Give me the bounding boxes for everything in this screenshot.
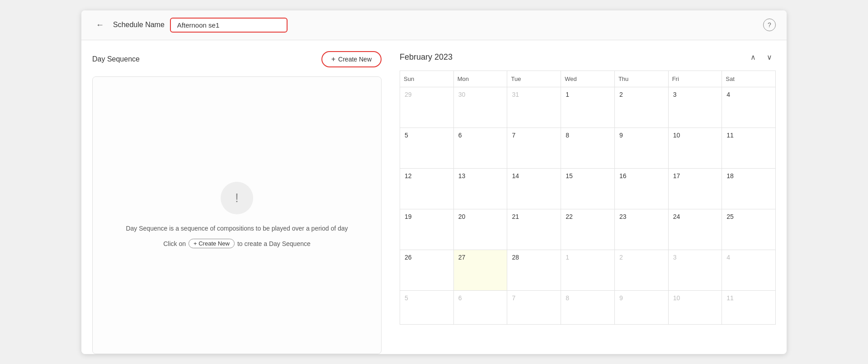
day-number: 20	[458, 213, 466, 220]
day-number: 6	[458, 132, 462, 139]
day-number: 3	[673, 254, 677, 261]
calendar-next-button[interactable]: ∨	[763, 51, 776, 63]
calendar-cell[interactable]: 27	[453, 250, 507, 290]
schedule-name-input[interactable]	[170, 18, 288, 33]
create-new-button[interactable]: + Create New	[321, 51, 382, 67]
calendar-header: February 2023 ∧ ∨	[400, 51, 776, 63]
calendar-cell[interactable]: 3	[668, 250, 722, 290]
calendar-cell[interactable]: 6	[453, 290, 507, 324]
day-number: 15	[566, 172, 573, 180]
calendar-cell[interactable]: 9	[614, 290, 668, 324]
left-panel: Day Sequence + Create New ! Day Sequence…	[92, 51, 382, 354]
col-wed: Wed	[561, 71, 615, 87]
day-number: 28	[512, 254, 519, 261]
day-number: 24	[673, 213, 680, 220]
day-number: 30	[458, 91, 466, 98]
day-number: 5	[405, 132, 408, 139]
empty-state-instruction: Click on + Create New to create a Day Se…	[163, 239, 311, 248]
instruction-suffix: to create a Day Sequence	[237, 240, 311, 247]
calendar-cell[interactable]: 12	[400, 168, 454, 209]
empty-state-text: Day Sequence is a sequence of compositio…	[126, 223, 348, 233]
day-number: 19	[405, 213, 412, 220]
calendar-cell[interactable]: 11	[722, 128, 776, 168]
calendar-grid: Sun Mon Tue Wed Thu Fri Sat 293031123456…	[400, 71, 776, 325]
day-number: 11	[726, 294, 734, 302]
calendar-cell[interactable]: 22	[561, 209, 615, 250]
day-number: 7	[512, 132, 515, 139]
calendar-cell[interactable]: 15	[561, 168, 615, 209]
calendar-cell[interactable]: 19	[400, 209, 454, 250]
day-number: 26	[405, 254, 412, 261]
day-number: 22	[566, 213, 573, 220]
calendar-cell[interactable]: 16	[614, 168, 668, 209]
day-number: 17	[673, 172, 680, 180]
calendar-cell[interactable]: 4	[722, 250, 776, 290]
create-new-label: Create New	[338, 56, 372, 63]
calendar-cell[interactable]: 20	[453, 209, 507, 250]
day-number: 11	[726, 132, 734, 139]
inline-create-btn: + Create New	[189, 239, 235, 248]
day-number: 9	[619, 294, 623, 302]
day-number: 29	[405, 91, 412, 98]
warning-circle: !	[221, 182, 253, 214]
day-number: 8	[566, 294, 569, 302]
day-number: 10	[673, 132, 680, 139]
calendar-cell[interactable]: 7	[507, 128, 561, 168]
calendar-cell[interactable]: 10	[668, 290, 722, 324]
calendar-cell[interactable]: 11	[722, 290, 776, 324]
calendar-nav: ∧ ∨	[747, 51, 776, 63]
instruction-prefix: Click on	[163, 240, 186, 247]
day-number: 21	[512, 213, 519, 220]
day-sequence-header: Day Sequence + Create New	[92, 51, 382, 67]
calendar-cell[interactable]: 5	[400, 128, 454, 168]
day-number: 8	[566, 132, 569, 139]
calendar-cell[interactable]: 1	[561, 250, 615, 290]
calendar-cell[interactable]: 29	[400, 87, 454, 128]
calendar-cell[interactable]: 6	[453, 128, 507, 168]
calendar-cell[interactable]: 23	[614, 209, 668, 250]
help-button[interactable]: ?	[763, 19, 776, 31]
calendar-cell[interactable]: 8	[561, 290, 615, 324]
day-number: 16	[619, 172, 627, 180]
header: ← Schedule Name ?	[81, 10, 787, 40]
calendar-cell[interactable]: 10	[668, 128, 722, 168]
day-number: 12	[405, 172, 412, 180]
day-number: 13	[458, 172, 466, 180]
day-number: 3	[673, 91, 677, 98]
col-sun: Sun	[400, 71, 454, 87]
col-sat: Sat	[722, 71, 776, 87]
calendar-cell[interactable]: 24	[668, 209, 722, 250]
calendar-cell[interactable]: 17	[668, 168, 722, 209]
calendar-cell[interactable]: 2	[614, 87, 668, 128]
day-sequence-label: Day Sequence	[92, 55, 140, 63]
right-panel: February 2023 ∧ ∨ Sun Mon Tue Wed Thu Fr…	[400, 51, 776, 354]
day-number: 6	[458, 294, 462, 302]
calendar-cell[interactable]: 7	[507, 290, 561, 324]
col-mon: Mon	[453, 71, 507, 87]
calendar-month-title: February 2023	[400, 52, 453, 62]
calendar-cell[interactable]: 21	[507, 209, 561, 250]
calendar-cell[interactable]: 2	[614, 250, 668, 290]
calendar-cell[interactable]: 26	[400, 250, 454, 290]
day-number: 25	[726, 213, 734, 220]
calendar-cell[interactable]: 4	[722, 87, 776, 128]
day-number: 4	[726, 254, 730, 261]
col-tue: Tue	[507, 71, 561, 87]
main-content: Day Sequence + Create New ! Day Sequence…	[81, 40, 787, 354]
calendar-cell[interactable]: 13	[453, 168, 507, 209]
day-number: 4	[726, 91, 730, 98]
calendar-cell[interactable]: 30	[453, 87, 507, 128]
calendar-cell[interactable]: 3	[668, 87, 722, 128]
calendar-cell[interactable]: 1	[561, 87, 615, 128]
calendar-cell[interactable]: 25	[722, 209, 776, 250]
calendar-cell[interactable]: 14	[507, 168, 561, 209]
calendar-cell[interactable]: 18	[722, 168, 776, 209]
calendar-prev-button[interactable]: ∧	[747, 51, 760, 63]
calendar-cell[interactable]: 31	[507, 87, 561, 128]
day-number: 27	[458, 254, 466, 261]
calendar-cell[interactable]: 9	[614, 128, 668, 168]
back-button[interactable]: ←	[92, 19, 108, 32]
calendar-cell[interactable]: 5	[400, 290, 454, 324]
calendar-cell[interactable]: 8	[561, 128, 615, 168]
calendar-cell[interactable]: 28	[507, 250, 561, 290]
